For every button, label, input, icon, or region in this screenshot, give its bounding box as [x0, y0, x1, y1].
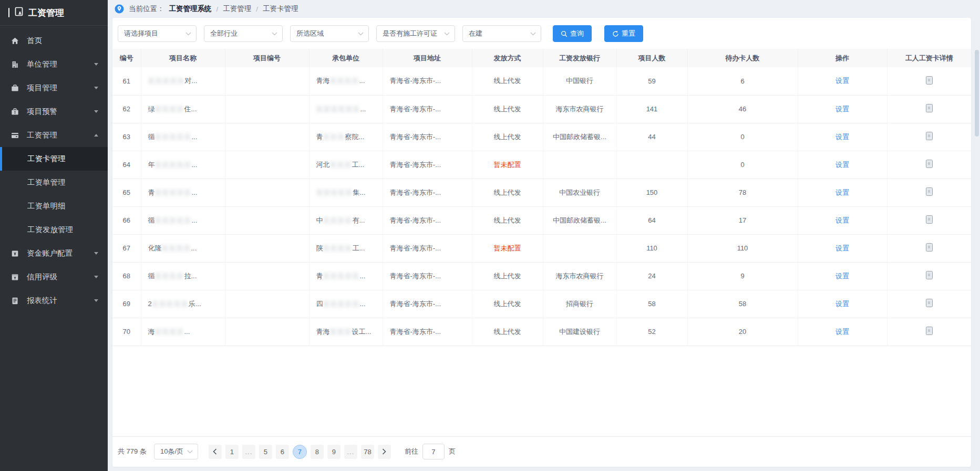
cell-id: 67	[112, 234, 141, 262]
sidebar-item-project-alert[interactable]: 项目预警	[0, 100, 108, 123]
cell-contractor: 青某某某察院...	[309, 123, 383, 151]
sidebar-subitem-salary-card-management[interactable]: 工资卡管理	[0, 147, 108, 171]
settings-link[interactable]: 设置	[835, 189, 849, 196]
settings-link[interactable]: 设置	[835, 272, 849, 280]
goto-page-input[interactable]	[422, 444, 445, 459]
sidebar-item-report-statistics[interactable]: 报表统计	[0, 289, 108, 312]
cell-contractor: 青海某某某设工...	[309, 318, 383, 346]
region-select[interactable]: 所选区域	[290, 25, 369, 42]
cell-action: 设置	[798, 95, 887, 123]
select-value: 所选区域	[296, 29, 324, 38]
sidebar-item-home[interactable]: 首页	[0, 29, 108, 53]
cell-id: 66	[112, 206, 141, 234]
wage-card-detail-icon[interactable]	[926, 215, 933, 224]
settings-link[interactable]: 设置	[835, 77, 849, 85]
chevron-up-icon	[94, 132, 98, 137]
cell-project-name: 循某某某某拉...	[141, 262, 225, 290]
settings-link[interactable]: 设置	[835, 161, 849, 169]
redacted-text: 某某某某某	[155, 189, 192, 196]
search-button-label: 查询	[570, 29, 584, 38]
page-button-1[interactable]: 1	[225, 445, 239, 459]
status-select[interactable]: 在建	[462, 25, 541, 42]
sidebar-item-salary-management[interactable]: 工资管理	[0, 123, 108, 147]
permit-select[interactable]: 是否有施工许可证	[376, 25, 455, 42]
cell-bank: 中国建设银行	[543, 318, 616, 346]
next-page-button[interactable]	[378, 445, 391, 459]
sidebar-subitem-salary-issue-management[interactable]: 工资发放管理	[0, 218, 108, 242]
settings-link[interactable]: 设置	[835, 328, 849, 336]
wage-card-detail-icon[interactable]	[926, 132, 933, 140]
cell-detail	[887, 95, 971, 123]
cell-id: 69	[112, 290, 141, 318]
cell-people: 150	[616, 179, 687, 206]
table-row: 65 青某某某某某... 某某某某某集... 青海省-海东市-... 线上代发 …	[112, 179, 971, 206]
prev-page-button[interactable]	[209, 445, 222, 459]
breadcrumb-separator: /	[256, 5, 258, 13]
table-row: 64 年某某某某某... 河北某某某工... 青海省-海东市-... 暂未配置 …	[112, 151, 971, 179]
page-button-6[interactable]: 6	[276, 445, 289, 459]
cell-project-name: 海某某某某...	[141, 318, 225, 346]
wage-card-detail-icon[interactable]	[926, 327, 933, 335]
chevron-down-icon	[94, 299, 98, 304]
page-button-9[interactable]: 9	[327, 445, 341, 459]
bank-card-icon	[11, 131, 20, 140]
sidebar-subitem-payslip-management[interactable]: 工资单管理	[0, 171, 108, 194]
chevron-down-icon	[94, 110, 98, 115]
page-button-5[interactable]: 5	[259, 445, 272, 459]
wage-card-detail-icon[interactable]	[926, 243, 933, 252]
cell-action: 设置	[798, 123, 887, 151]
sidebar-item-fund-account-config[interactable]: 资金账户配置	[0, 242, 108, 265]
sidebar-subitem-payslip-detail[interactable]: 工资单明细	[0, 194, 108, 218]
cell-action: 设置	[798, 234, 887, 262]
page-ellipsis[interactable]: ...	[344, 445, 357, 459]
page-size-select[interactable]: 10条/页	[154, 444, 198, 459]
col-project-name: 项目名称	[141, 49, 225, 67]
page-button-8[interactable]: 8	[311, 445, 324, 459]
cell-method: 线上代发	[472, 123, 543, 151]
breadcrumb-root[interactable]: 工资管理系统	[169, 4, 212, 14]
cell-address: 青海省-海东市-...	[383, 151, 472, 179]
page-button-7[interactable]: 7	[293, 445, 307, 459]
settings-link[interactable]: 设置	[835, 105, 849, 113]
sidebar-item-label: 项目预警	[27, 107, 57, 117]
sidebar-item-project-management[interactable]: 项目管理	[0, 76, 108, 100]
redacted-text: 某某某某某	[316, 189, 353, 196]
breadcrumb-level2[interactable]: 工资卡管理	[263, 4, 298, 14]
sidebar-item-unit-management[interactable]: 单位管理	[0, 53, 108, 76]
wage-card-detail-icon[interactable]	[926, 160, 933, 168]
wage-card-detail-icon[interactable]	[926, 271, 933, 279]
settings-link[interactable]: 设置	[835, 244, 849, 252]
table-empty-area	[112, 346, 971, 437]
cell-id: 64	[112, 151, 141, 179]
search-button[interactable]: 查询	[553, 25, 592, 42]
page-ellipsis[interactable]: ...	[242, 445, 255, 459]
cell-people: 110	[616, 234, 687, 262]
wage-card-detail-icon[interactable]	[926, 104, 933, 112]
project-select[interactable]: 请选择项目	[118, 25, 197, 42]
app-logo: 工资管理	[0, 0, 108, 26]
cell-bank: 中国邮政储蓄银...	[543, 206, 616, 234]
select-value: 是否有施工许可证	[383, 29, 437, 38]
breadcrumb-level1[interactable]: 工资管理	[223, 4, 251, 14]
cell-id: 70	[112, 318, 141, 346]
cell-id: 65	[112, 179, 141, 206]
cell-bank	[543, 151, 616, 179]
page-button-78[interactable]: 78	[361, 445, 374, 459]
wage-card-detail-icon[interactable]	[926, 299, 933, 307]
page-unit-label: 页	[449, 447, 456, 456]
goto-page: 前往 页	[405, 444, 456, 459]
logo-divider	[8, 8, 9, 17]
settings-link[interactable]: 设置	[835, 216, 849, 224]
settings-link[interactable]: 设置	[835, 300, 849, 308]
settings-link[interactable]: 设置	[835, 133, 849, 141]
cell-bank: 中国邮政储蓄银...	[543, 123, 616, 151]
vertical-scrollbar-thumb[interactable]	[975, 50, 979, 137]
sidebar-item-credit-rating[interactable]: 信用评级	[0, 265, 108, 289]
wage-card-detail-icon[interactable]	[926, 187, 933, 196]
cell-detail	[887, 123, 971, 151]
cell-project-code	[225, 179, 309, 206]
reset-button[interactable]: 重置	[604, 25, 643, 42]
col-action: 操作	[798, 49, 887, 67]
wage-card-detail-icon[interactable]	[926, 76, 933, 85]
industry-select[interactable]: 全部行业	[204, 25, 283, 42]
